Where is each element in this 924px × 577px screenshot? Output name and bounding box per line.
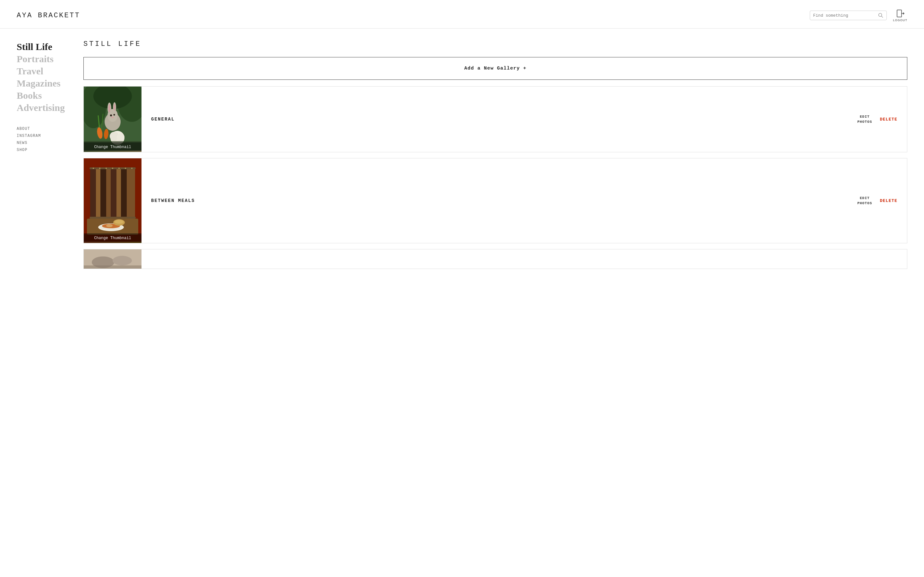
gallery-actions-general: EDIT PHOTOS DELETE xyxy=(857,87,907,152)
svg-rect-36 xyxy=(89,217,136,219)
portraits-link[interactable]: Portraits xyxy=(17,53,53,64)
thumb-illustration-between-meals xyxy=(84,158,142,242)
svg-point-43 xyxy=(131,168,132,169)
shop-link[interactable]: SHOP xyxy=(17,148,27,152)
svg-rect-27 xyxy=(90,168,96,219)
svg-point-54 xyxy=(113,256,132,266)
svg-point-50 xyxy=(115,220,124,224)
about-link[interactable]: ABOUT xyxy=(17,127,30,131)
edit-photos-button-between-meals[interactable]: EDIT PHOTOS xyxy=(857,196,872,205)
svg-point-39 xyxy=(105,168,107,169)
main-content: STILL LIFE Add a New Gallery + xyxy=(83,29,924,577)
sidebar-item-news[interactable]: NEWS xyxy=(17,140,71,145)
secondary-nav: ABOUT INSTAGRAM NEWS SHOP xyxy=(17,126,71,152)
change-thumbnail-label-general[interactable]: Change Thumbnail xyxy=(84,142,142,152)
news-link[interactable]: NEWS xyxy=(17,141,27,145)
gallery-actions-between-meals: EDIT PHOTOS DELETE xyxy=(857,158,907,243)
sidebar-item-still-life[interactable]: Still Life xyxy=(17,41,71,52)
travel-link[interactable]: Travel xyxy=(17,66,43,76)
still-life-link[interactable]: Still Life xyxy=(17,41,52,52)
delete-button-general[interactable]: DELETE xyxy=(880,117,897,122)
site-title: AYA BRACKETT xyxy=(17,11,80,19)
gallery-info-between-meals: BETWEEN MEALS xyxy=(142,158,857,243)
svg-rect-55 xyxy=(84,266,142,269)
svg-point-37 xyxy=(93,168,94,169)
svg-point-14 xyxy=(117,133,124,141)
gallery-thumbnail-between-meals: Change Thumbnail xyxy=(84,158,142,243)
change-thumbnail-label-between-meals[interactable]: Change Thumbnail xyxy=(84,234,142,243)
svg-point-21 xyxy=(110,114,112,116)
svg-rect-32 xyxy=(116,168,121,219)
svg-rect-29 xyxy=(100,168,106,219)
gallery-name-general: GENERAL xyxy=(151,117,175,122)
gallery-row xyxy=(83,249,907,269)
edit-photos-button-general[interactable]: EDIT PHOTOS xyxy=(857,114,872,124)
svg-point-42 xyxy=(125,168,126,169)
gallery-row: Change Thumbnail GENERAL EDIT PHOTOS DEL… xyxy=(83,86,907,152)
svg-point-41 xyxy=(118,168,120,169)
gallery-name-between-meals: BETWEEN MEALS xyxy=(151,198,195,203)
sidebar-item-shop[interactable]: SHOP xyxy=(17,147,71,152)
sidebar-item-travel[interactable]: Travel xyxy=(17,66,71,77)
svg-point-48 xyxy=(106,224,113,227)
instagram-link[interactable]: INSTAGRAM xyxy=(17,134,41,138)
svg-point-20 xyxy=(114,104,115,111)
sidebar: Still Life Portraits Travel Magazines Bo… xyxy=(0,29,83,577)
sidebar-item-advertising[interactable]: Advertising xyxy=(17,102,71,113)
advertising-link[interactable]: Advertising xyxy=(17,102,65,113)
svg-rect-2 xyxy=(897,10,901,17)
sidebar-item-books[interactable]: Books xyxy=(17,90,71,101)
logout-label: LOGOUT xyxy=(893,19,907,22)
sidebar-item-portraits[interactable]: Portraits xyxy=(17,53,71,64)
svg-rect-33 xyxy=(121,168,127,219)
search-wrapper xyxy=(810,11,887,20)
gallery-row: Change Thumbnail BETWEEN MEALS EDIT PHOT… xyxy=(83,158,907,243)
primary-nav: Still Life Portraits Travel Magazines Bo… xyxy=(17,41,71,113)
thumb-illustration-third xyxy=(84,250,142,269)
sidebar-item-instagram[interactable]: INSTAGRAM xyxy=(17,133,71,138)
svg-line-1 xyxy=(881,16,883,18)
svg-point-22 xyxy=(113,114,115,116)
svg-point-38 xyxy=(99,168,100,169)
gallery-info-third xyxy=(142,250,907,269)
delete-button-between-meals[interactable]: DELETE xyxy=(880,198,897,203)
search-input[interactable] xyxy=(813,13,876,18)
thumb-illustration-general xyxy=(84,87,142,151)
gallery-thumbnail-third xyxy=(84,250,142,269)
gallery-info-general: GENERAL xyxy=(142,87,857,152)
sidebar-item-about[interactable]: ABOUT xyxy=(17,126,71,131)
svg-rect-31 xyxy=(111,168,116,219)
logout-button[interactable]: LOGOUT xyxy=(893,9,907,22)
svg-point-40 xyxy=(112,168,113,169)
svg-rect-28 xyxy=(96,168,100,219)
logout-icon xyxy=(896,9,905,18)
books-link[interactable]: Books xyxy=(17,90,42,101)
add-gallery-button[interactable]: Add a New Gallery + xyxy=(83,57,907,80)
svg-point-23 xyxy=(111,117,114,118)
svg-rect-34 xyxy=(127,168,135,219)
sidebar-item-magazines[interactable]: Magazines xyxy=(17,78,71,89)
gallery-thumbnail-general: Change Thumbnail xyxy=(84,87,142,152)
search-icon xyxy=(878,13,883,18)
page-title: STILL LIFE xyxy=(83,40,907,48)
svg-point-18 xyxy=(108,104,110,113)
magazines-link[interactable]: Magazines xyxy=(17,78,61,89)
svg-rect-30 xyxy=(106,168,111,219)
